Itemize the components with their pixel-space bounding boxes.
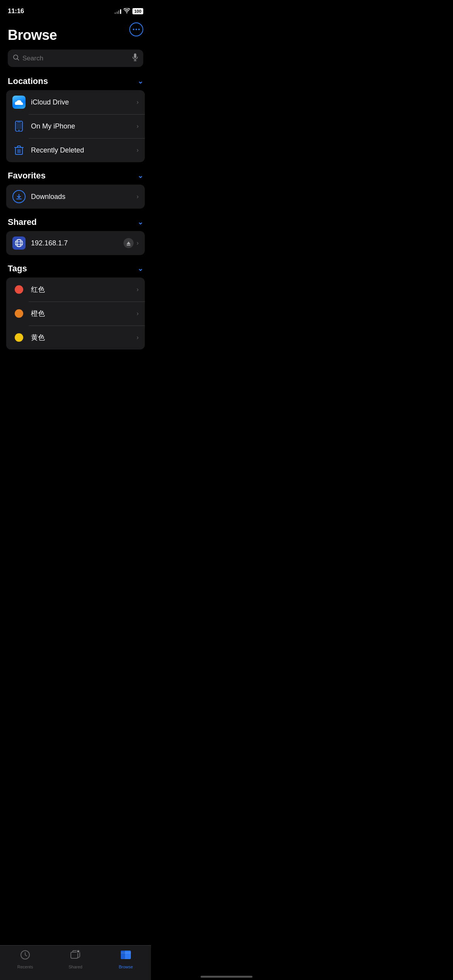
tag-red-label: 红色 bbox=[31, 285, 131, 294]
on-my-iphone-chevron-icon: › bbox=[137, 123, 139, 130]
download-icon bbox=[12, 190, 26, 203]
favorites-chevron-icon[interactable]: ⌄ bbox=[137, 171, 143, 180]
tags-list: 红色 › 橙色 › 黄色 bbox=[6, 278, 145, 350]
page-title: Browse bbox=[0, 22, 151, 50]
tag-orange-right: › bbox=[137, 310, 139, 317]
main-content: Locations ⌄ iCloud Drive › bbox=[0, 76, 151, 397]
tag-orange-icon bbox=[12, 307, 26, 320]
recently-deleted-item[interactable]: Recently Deleted › bbox=[6, 138, 145, 162]
search-input[interactable] bbox=[22, 55, 129, 62]
downloads-item[interactable]: Downloads › bbox=[6, 185, 145, 209]
downloads-chevron-icon: › bbox=[137, 193, 139, 200]
svg-point-14 bbox=[15, 240, 23, 247]
eject-icon[interactable] bbox=[124, 238, 134, 248]
tag-yellow-right: › bbox=[137, 334, 139, 341]
iphone-icon bbox=[12, 120, 26, 133]
tag-yellow-icon bbox=[12, 331, 26, 344]
network-right: › bbox=[124, 238, 139, 248]
svg-point-0 bbox=[14, 55, 18, 59]
locations-title: Locations bbox=[8, 76, 48, 86]
svg-rect-5 bbox=[17, 122, 21, 123]
shared-section: Shared ⌄ 192.168.1.7 bbox=[0, 217, 151, 255]
svg-rect-7 bbox=[16, 123, 22, 129]
tag-red-right: › bbox=[137, 286, 139, 293]
svg-point-15 bbox=[17, 240, 21, 247]
tag-red-chevron-icon: › bbox=[137, 286, 139, 293]
favorites-section: Favorites ⌄ Downloads › bbox=[0, 171, 151, 209]
icloud-drive-icon bbox=[12, 96, 26, 109]
tag-yellow-label: 黄色 bbox=[31, 333, 131, 342]
favorites-title: Favorites bbox=[8, 171, 46, 181]
svg-rect-18 bbox=[127, 245, 130, 245]
tag-red-item[interactable]: 红色 › bbox=[6, 278, 145, 302]
wifi-icon bbox=[124, 8, 130, 14]
icloud-drive-item[interactable]: iCloud Drive › bbox=[6, 90, 145, 114]
tags-header: Tags ⌄ bbox=[0, 264, 151, 278]
favorites-header: Favorites ⌄ bbox=[0, 171, 151, 185]
network-chevron-icon: › bbox=[137, 240, 139, 247]
locations-list: iCloud Drive › On My iPhone › bbox=[6, 90, 145, 162]
svg-rect-1 bbox=[134, 53, 136, 58]
on-my-iphone-label: On My iPhone bbox=[31, 122, 131, 130]
shared-header: Shared ⌄ bbox=[0, 217, 151, 231]
favorites-list: Downloads › bbox=[6, 185, 145, 209]
tag-orange-item[interactable]: 橙色 › bbox=[6, 302, 145, 326]
downloads-label: Downloads bbox=[31, 193, 131, 201]
search-bar[interactable] bbox=[8, 50, 143, 67]
tag-yellow-chevron-icon: › bbox=[137, 334, 139, 341]
recently-deleted-right: › bbox=[137, 147, 139, 154]
microphone-icon[interactable] bbox=[132, 53, 138, 63]
locations-header: Locations ⌄ bbox=[0, 76, 151, 90]
network-item[interactable]: 192.168.1.7 › bbox=[6, 231, 145, 255]
search-icon bbox=[13, 55, 19, 62]
status-icons: 100 bbox=[115, 8, 143, 14]
icloud-drive-label: iCloud Drive bbox=[31, 98, 131, 106]
recently-deleted-label: Recently Deleted bbox=[31, 146, 131, 154]
header-area bbox=[0, 19, 151, 22]
globe-icon bbox=[12, 236, 26, 250]
recently-deleted-chevron-icon: › bbox=[137, 147, 139, 154]
trash-icon bbox=[12, 144, 26, 157]
tags-chevron-icon[interactable]: ⌄ bbox=[137, 264, 143, 273]
shared-list: 192.168.1.7 › bbox=[6, 231, 145, 255]
network-label: 192.168.1.7 bbox=[31, 239, 118, 247]
tag-red-icon bbox=[12, 283, 26, 296]
svg-point-6 bbox=[19, 130, 20, 131]
downloads-right: › bbox=[137, 193, 139, 200]
on-my-iphone-item[interactable]: On My iPhone › bbox=[6, 114, 145, 138]
icloud-drive-right: › bbox=[137, 99, 139, 106]
tag-orange-chevron-icon: › bbox=[137, 310, 139, 317]
shared-title: Shared bbox=[8, 217, 37, 227]
battery-icon: 100 bbox=[132, 8, 143, 14]
search-container bbox=[8, 50, 143, 67]
on-my-iphone-right: › bbox=[137, 123, 139, 130]
shared-chevron-icon[interactable]: ⌄ bbox=[137, 218, 143, 226]
status-time: 11:16 bbox=[8, 7, 24, 15]
signal-icon bbox=[115, 9, 121, 14]
status-bar: 11:16 100 bbox=[0, 0, 151, 19]
more-button[interactable] bbox=[129, 22, 143, 36]
icloud-drive-chevron-icon: › bbox=[137, 99, 139, 106]
locations-chevron-icon[interactable]: ⌄ bbox=[137, 77, 143, 86]
tag-yellow-item[interactable]: 黄色 › bbox=[6, 326, 145, 350]
locations-section: Locations ⌄ iCloud Drive › bbox=[0, 76, 151, 162]
more-dots-icon bbox=[133, 29, 140, 30]
tags-title: Tags bbox=[8, 264, 27, 274]
tag-orange-label: 橙色 bbox=[31, 309, 131, 318]
tags-section: Tags ⌄ 红色 › 橙色 › bbox=[0, 264, 151, 350]
